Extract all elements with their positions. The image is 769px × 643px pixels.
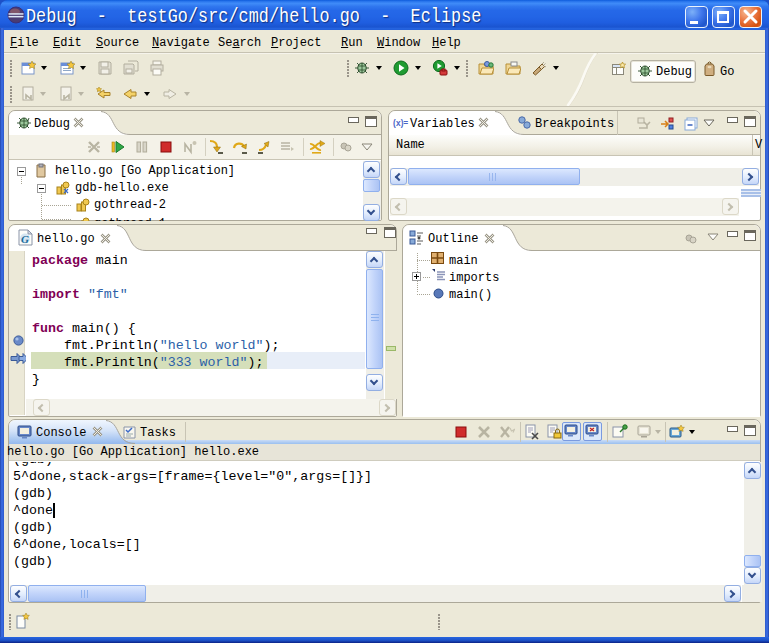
svg-text:G: G (21, 233, 29, 245)
